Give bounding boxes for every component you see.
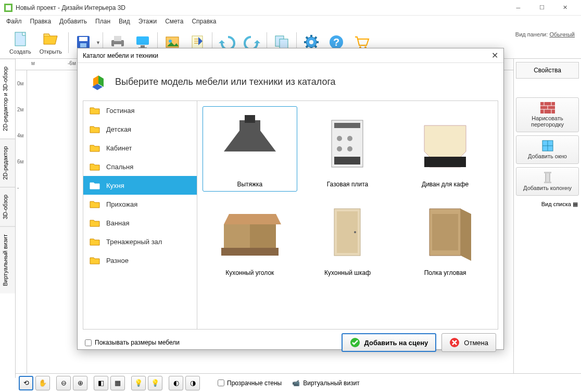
side-tab-2d3d[interactable]: 2D-редактор и 3D-обзор bbox=[0, 59, 15, 138]
menu-add[interactable]: Добавить bbox=[55, 17, 91, 26]
svg-rect-40 bbox=[221, 248, 279, 256]
column-icon bbox=[540, 172, 555, 183]
item-thumbnail bbox=[409, 287, 482, 330]
svg-rect-1 bbox=[6, 5, 11, 10]
category-item[interactable]: Кабинет bbox=[83, 138, 197, 157]
svg-point-34 bbox=[337, 136, 342, 141]
orbit-button[interactable]: ⟲ bbox=[19, 376, 33, 390]
category-list: ГостинаяДетскаяКабинетСпальняКухняПрихож… bbox=[83, 100, 197, 330]
side-tab-2d[interactable]: 2D-редактор bbox=[0, 138, 15, 187]
light1-button[interactable]: 💡 bbox=[131, 376, 146, 390]
item-label: Кухонный шкаф bbox=[304, 269, 391, 276]
svg-point-35 bbox=[347, 136, 352, 141]
add-column-button[interactable]: Добавить колонну bbox=[516, 167, 579, 196]
svg-rect-38 bbox=[334, 157, 360, 165]
app-icon bbox=[4, 4, 12, 12]
toolbar-create[interactable]: Создать bbox=[9, 31, 31, 55]
wireframe-button[interactable]: ▦ bbox=[110, 376, 125, 390]
category-item[interactable]: Разное bbox=[83, 251, 197, 270]
camera-icon: 📹 bbox=[292, 380, 300, 387]
folder-open-icon bbox=[42, 31, 59, 47]
svg-point-43 bbox=[354, 231, 356, 233]
category-item[interactable]: Кухня bbox=[83, 176, 197, 195]
zoom-in-icon: ⊕ bbox=[78, 379, 83, 387]
folder-icon bbox=[90, 125, 100, 133]
catalog-item[interactable]: Вытяжка bbox=[203, 106, 297, 192]
side-tab-3d[interactable]: 3D-обзор bbox=[0, 187, 15, 226]
svg-point-13 bbox=[169, 40, 172, 43]
svg-rect-33 bbox=[334, 123, 360, 128]
virtual-visit-button[interactable]: 📹 Виртуальный визит bbox=[292, 380, 360, 387]
item-label: Полка угловая bbox=[401, 269, 489, 276]
catalog-item[interactable]: Диван для кафе bbox=[398, 106, 492, 192]
zoom-out-button[interactable]: ⊖ bbox=[56, 376, 71, 390]
svg-rect-10 bbox=[141, 45, 145, 47]
list-view-label[interactable]: Вид списка ▦ bbox=[516, 199, 579, 210]
menu-floors[interactable]: Этажи bbox=[134, 17, 161, 26]
item-thumbnail bbox=[409, 198, 482, 266]
category-item[interactable]: Детская bbox=[83, 120, 197, 138]
modal-footer: Показывать размеры мебели Добавить на сц… bbox=[78, 330, 503, 356]
show-sizes-checkbox[interactable]: Показывать размеры мебели bbox=[85, 339, 180, 346]
category-item[interactable]: Прихожая bbox=[83, 195, 197, 213]
bulb-icon: 💡 bbox=[151, 379, 159, 387]
separator bbox=[68, 32, 69, 53]
list-view-icon: ▦ bbox=[573, 201, 578, 207]
right-panel: Свойства Нарисовать перегородку Добавить… bbox=[513, 59, 581, 378]
color-button[interactable]: ◧ bbox=[94, 376, 108, 390]
wireframe-icon: ▦ bbox=[115, 379, 121, 387]
menu-plan[interactable]: План bbox=[91, 17, 115, 26]
menu-help[interactable]: Справка bbox=[187, 17, 220, 26]
menu-estimate[interactable]: Смета bbox=[161, 17, 187, 26]
window-icon bbox=[540, 140, 555, 151]
menu-edit[interactable]: Правка bbox=[26, 17, 56, 26]
modal-titlebar: Каталог мебели и техники ✕ bbox=[78, 48, 503, 63]
zoom-in-button[interactable]: ⊕ bbox=[73, 376, 87, 390]
shadow2-button[interactable]: ◑ bbox=[185, 376, 200, 390]
draw-partition-button[interactable]: Нарисовать перегородку bbox=[516, 97, 579, 132]
menu-view[interactable]: Вид bbox=[115, 17, 134, 26]
catalog-item[interactable] bbox=[300, 283, 395, 330]
folder-icon bbox=[90, 237, 100, 246]
dropdown-arrow-icon[interactable]: ▼ bbox=[96, 40, 100, 45]
pan-button[interactable]: ✋ bbox=[35, 376, 50, 390]
properties-tab[interactable]: Свойства bbox=[516, 62, 579, 79]
palette-icon: ◧ bbox=[98, 379, 104, 387]
catalog-item[interactable] bbox=[203, 283, 297, 330]
folder-icon bbox=[90, 144, 100, 152]
category-item[interactable]: Гостиная bbox=[83, 101, 197, 120]
cancel-button[interactable]: Отмена bbox=[441, 333, 496, 352]
catalog-item[interactable]: Полка угловая bbox=[398, 195, 492, 280]
catalog-item[interactable]: Газовая плита bbox=[300, 106, 395, 192]
transparent-walls-checkbox[interactable]: Прозрачные стены bbox=[218, 380, 282, 387]
shadow-icon: ◑ bbox=[190, 379, 196, 387]
toolbar-open[interactable]: Открыть bbox=[40, 31, 62, 55]
modal-header: Выберите модель мебели или техники из ка… bbox=[78, 63, 503, 100]
folder-icon bbox=[90, 219, 100, 227]
light2-button[interactable]: 💡 bbox=[148, 376, 162, 390]
catalog-item[interactable]: Кухонный шкаф bbox=[300, 195, 395, 280]
modal-heading: Выберите модель мебели или техники из ка… bbox=[115, 77, 336, 87]
item-thumbnail bbox=[311, 198, 384, 266]
side-tab-virtual[interactable]: Виртуальный визит bbox=[0, 226, 15, 294]
category-item[interactable]: Спальня bbox=[83, 157, 197, 176]
folder-icon bbox=[90, 256, 100, 264]
svg-rect-25 bbox=[546, 173, 550, 182]
close-button[interactable]: ✕ bbox=[553, 0, 577, 15]
add-to-scene-button[interactable]: Добавить на сцену bbox=[342, 333, 437, 352]
catalog-item[interactable]: Кухонный уголок bbox=[203, 195, 297, 280]
modal-close-button[interactable]: ✕ bbox=[491, 50, 498, 60]
category-item[interactable]: Тренажерный зал bbox=[83, 232, 197, 251]
modal-body: ГостинаяДетскаяКабинетСпальняКухняПрихож… bbox=[78, 100, 503, 330]
category-item[interactable]: Ванная bbox=[83, 213, 197, 232]
panel-view-link[interactable]: Обычный bbox=[549, 31, 575, 37]
maximize-button[interactable]: ☐ bbox=[530, 0, 553, 15]
minimize-button[interactable]: ─ bbox=[507, 0, 530, 15]
catalog-logo-icon bbox=[87, 71, 108, 92]
shadow1-button[interactable]: ◐ bbox=[169, 376, 183, 390]
add-window-button[interactable]: Добавить окно bbox=[516, 135, 579, 164]
catalog-item[interactable] bbox=[398, 283, 492, 330]
menu-file[interactable]: Файл bbox=[2, 17, 26, 26]
titlebar: Новый проект - Дизайн Интерьера 3D ─ ☐ ✕ bbox=[0, 0, 581, 16]
menubar: Файл Правка Добавить План Вид Этажи Смет… bbox=[0, 16, 581, 27]
